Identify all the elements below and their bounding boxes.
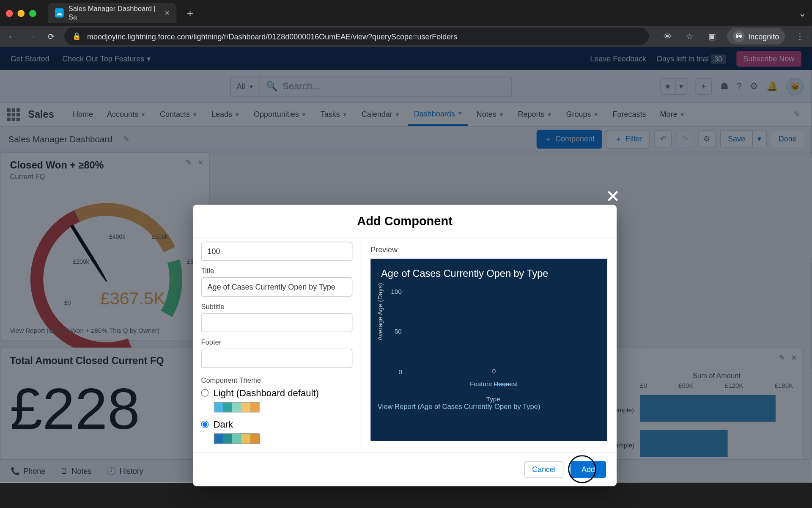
- component-subtitle-input[interactable]: [201, 313, 352, 332]
- cancel-button[interactable]: Cancel: [524, 461, 563, 478]
- light-palette-icon: [214, 402, 260, 412]
- footer-label: Footer: [201, 338, 352, 346]
- theme-dark-radio[interactable]: Dark: [201, 420, 352, 430]
- add-component-modal: Add Component Title Subtitle Footer Comp…: [193, 205, 617, 486]
- close-tab-icon[interactable]: ×: [165, 8, 169, 17]
- maximize-window-icon[interactable]: [29, 10, 36, 17]
- title-label: Title: [201, 267, 352, 275]
- close-window-icon[interactable]: [6, 10, 13, 17]
- browser-tab[interactable]: ☁ Sales Manager Dashboard | Sa ×: [48, 3, 176, 23]
- modal-title: Add Component: [193, 205, 617, 238]
- eye-off-icon[interactable]: 👁: [661, 32, 675, 41]
- forward-button: →: [25, 32, 38, 41]
- modal-footer: Cancel Add: [193, 452, 617, 486]
- tabs-dropdown-icon[interactable]: ⌄: [798, 7, 806, 18]
- x-category: Feature Request: [470, 380, 518, 387]
- kebab-menu-icon[interactable]: ⋮: [793, 32, 807, 41]
- component-footer-input[interactable]: [201, 349, 352, 368]
- theme-light-radio[interactable]: Light (Dashboard default): [201, 388, 352, 398]
- preview-chart-title: Age of Cases Currently Open by Type: [381, 268, 597, 280]
- incognito-indicator[interactable]: 🕶 Incognito: [727, 28, 785, 44]
- preview-view-report-link[interactable]: View Report (Age of Cases Currently Open…: [378, 403, 540, 411]
- add-button[interactable]: Add: [571, 461, 606, 478]
- incognito-label: Incognito: [748, 32, 779, 41]
- address-bar[interactable]: 🔒 moodjoyinc.lightning.force.com/lightni…: [64, 28, 649, 45]
- x-axis-label: Type: [486, 395, 500, 403]
- back-button[interactable]: ←: [5, 32, 19, 41]
- modal-preview-panel: Preview Age of Cases Currently Open by T…: [361, 238, 617, 452]
- preview-chart: Age of Cases Currently Open by Type Aver…: [370, 259, 607, 441]
- y-axis-label: Average Age (Days): [376, 283, 384, 341]
- tab-title: Sales Manager Dashboard | Sa: [69, 5, 160, 21]
- preview-label: Preview: [370, 245, 607, 254]
- theme-label: Component Theme: [201, 376, 352, 384]
- bar-value-label: 0: [492, 367, 496, 375]
- new-tab-button[interactable]: ＋: [185, 6, 195, 20]
- incognito-icon: 🕶: [733, 30, 745, 42]
- max-value-input[interactable]: [201, 242, 352, 261]
- y-tick: 50: [395, 328, 402, 335]
- traffic-lights: [6, 10, 36, 17]
- y-tick: 100: [391, 288, 402, 295]
- component-title-input[interactable]: [201, 277, 352, 297]
- lock-icon: 🔒: [72, 32, 81, 40]
- url-text: moodjoyinc.lightning.force.com/lightning…: [87, 32, 457, 41]
- panel-icon[interactable]: ▣: [705, 32, 719, 41]
- modal-form-panel: Title Subtitle Footer Component Theme Li…: [193, 238, 361, 452]
- y-tick: 0: [399, 369, 402, 376]
- close-modal-icon[interactable]: ✕: [606, 186, 620, 206]
- browser-toolbar: ← → ⟳ 🔒 moodjoyinc.lightning.force.com/l…: [0, 26, 812, 47]
- subtitle-label: Subtitle: [201, 302, 352, 310]
- dark-palette-icon: [214, 433, 260, 444]
- bookmark-star-icon[interactable]: ☆: [683, 32, 697, 41]
- salesforce-favicon-icon: ☁: [55, 8, 64, 17]
- reload-button[interactable]: ⟳: [44, 32, 58, 41]
- minimize-window-icon[interactable]: [17, 10, 25, 17]
- macos-titlebar: ☁ Sales Manager Dashboard | Sa × ＋ ⌄: [0, 0, 812, 26]
